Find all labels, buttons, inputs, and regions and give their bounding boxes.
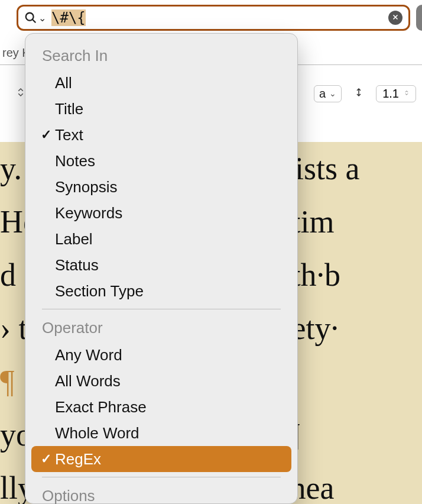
menu-section-title-search-in: Search In — [31, 42, 291, 70]
menu-item-synopsis[interactable]: Synopsis — [31, 174, 291, 200]
chevron-down-icon[interactable]: ⌄ — [38, 12, 47, 24]
menu-item-label: Section Type — [55, 282, 144, 301]
chevron-down-icon: ⌄ — [329, 89, 336, 98]
menu-item-title[interactable]: Title — [31, 96, 291, 122]
search-icon[interactable] — [24, 11, 37, 24]
search-query-text: \#\{ — [51, 9, 86, 26]
menu-item-status[interactable]: Status — [31, 252, 291, 278]
menu-item-all[interactable]: All — [31, 70, 291, 96]
menu-item-label: Any Word — [55, 346, 122, 364]
menu-item-regex[interactable]: ✓ RegEx — [31, 446, 291, 472]
menu-item-keywords[interactable]: Keywords — [31, 200, 291, 226]
check-icon: ✓ — [37, 451, 55, 467]
search-field-wrap[interactable]: ⌄ \#\{ — [17, 5, 410, 31]
menu-item-section-type[interactable]: Section Type — [31, 278, 291, 304]
menu-section-title-options: Options — [31, 482, 291, 504]
menu-item-label: Text — [55, 126, 83, 144]
menu-item-exact-phrase[interactable]: Exact Phrase — [31, 394, 291, 420]
menu-item-label[interactable]: Label — [31, 226, 291, 252]
menu-section-title-operator: Operator — [31, 314, 291, 342]
font-size-dropdown[interactable]: a ⌄ — [314, 85, 342, 102]
menu-item-label: RegEx — [55, 450, 101, 469]
menu-divider — [42, 309, 281, 309]
search-input[interactable]: \#\{ — [47, 9, 388, 26]
menu-item-label: Notes — [55, 152, 95, 170]
menu-item-all-words[interactable]: All Words — [31, 368, 291, 394]
close-icon — [392, 12, 399, 23]
menu-item-text[interactable]: ✓ Text — [31, 122, 291, 148]
menu-item-any-word[interactable]: Any Word — [31, 342, 291, 368]
menu-item-notes[interactable]: Notes — [31, 148, 291, 174]
menu-divider — [42, 477, 281, 477]
line-height-icon — [353, 86, 364, 101]
line-height-field[interactable]: 1.1 — [376, 85, 416, 102]
menu-item-label: Label — [55, 230, 93, 248]
font-sample-label: a — [319, 87, 326, 101]
svg-point-0 — [26, 13, 34, 21]
menu-item-label: All — [55, 74, 72, 92]
menu-item-label: Title — [55, 100, 83, 118]
line-height-value: 1.1 — [382, 87, 399, 101]
menu-item-label: Synopsis — [55, 178, 118, 196]
menu-item-label: All Words — [55, 372, 121, 390]
adjacent-button-stub[interactable] — [416, 5, 422, 31]
check-icon: ✓ — [37, 127, 55, 143]
clear-search-button[interactable] — [388, 11, 402, 25]
menu-item-whole-word[interactable]: Whole Word — [31, 420, 291, 446]
menu-item-label: Keywords — [55, 204, 122, 222]
menu-item-label: Whole Word — [55, 424, 139, 442]
menu-item-label: Status — [55, 256, 99, 274]
menu-item-label: Exact Phrase — [55, 398, 147, 416]
chevron-up-down-icon — [404, 87, 410, 101]
search-options-menu: Search In All Title ✓ Text Notes Synopsi… — [25, 33, 298, 504]
